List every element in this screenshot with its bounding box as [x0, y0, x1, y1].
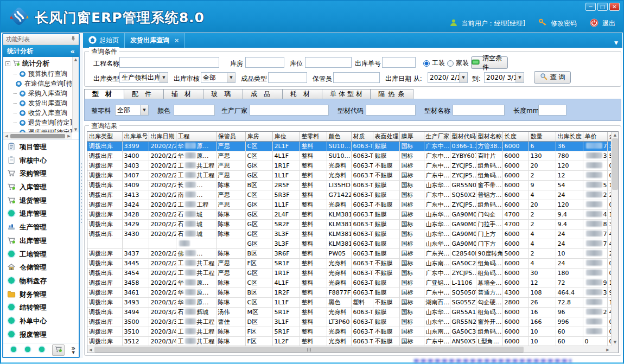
grid-horizontal-scrollbar[interactable]: ◀ ▶: [87, 346, 611, 353]
column-header[interactable]: 型材名称: [476, 132, 502, 141]
manufacturer-input[interactable]: [250, 105, 329, 116]
grid-vertical-scrollbar[interactable]: ▲▼: [611, 132, 618, 346]
tree-item[interactable]: 收货入库查询: [5, 108, 72, 118]
column-header[interactable]: 表面处理: [373, 132, 399, 141]
table-row[interactable]: 调拨出库34302020/2/26石城陈琳G区3L3F整料KLM38176063…: [87, 229, 611, 239]
order-no-input[interactable]: [382, 57, 416, 68]
subtab-material[interactable]: 成品: [243, 89, 283, 99]
radio-jiazhuang[interactable]: 家装: [447, 59, 469, 68]
column-header[interactable]: 保管员: [216, 132, 245, 141]
sidebar-menu-item[interactable]: 采购管理: [7, 168, 79, 180]
column-header[interactable]: 型材代码: [450, 132, 476, 141]
tab-list-dropdown-icon[interactable]: ▼: [614, 40, 622, 48]
tree-item[interactable]: 在途信息查询[待: [5, 79, 72, 88]
sidebar-menu-item[interactable]: 补单中心: [7, 316, 79, 328]
sidebar-menu-item[interactable]: 生产管理: [7, 222, 79, 234]
tab-close-icon[interactable]: ×: [174, 37, 179, 44]
table-row[interactable]: 调拨出库34292020/2/26石城陈琳G区5R2F整料KLM38176063…: [87, 219, 611, 229]
cart-button[interactable]: [52, 344, 65, 356]
table-row[interactable]: 调拨出库34242020/2/26工工程严思G区1L1F整料光身料6063-T5…: [87, 200, 611, 209]
maximize-button[interactable]: □: [597, 3, 608, 11]
sidebar-group-header[interactable]: 统计分析 «: [3, 45, 79, 57]
location-input[interactable]: [305, 57, 352, 68]
project-name-input[interactable]: [119, 57, 219, 68]
outbound-type-dropdown[interactable]: 生产领料出库▼: [119, 72, 168, 83]
column-header[interactable]: 出库日期: [149, 132, 176, 141]
subtab-material[interactable]: 单体型材: [322, 89, 371, 99]
subtab-material[interactable]: 隔热条: [371, 89, 413, 99]
overflow-chevron[interactable]: »▼: [71, 346, 75, 355]
table-row[interactable]: 调拨出库35002020/3/3工共工程曹佳D区3L1F整料LT3P606063…: [87, 317, 611, 327]
minimize-button[interactable]: ─: [585, 3, 596, 11]
table-row[interactable]: 调拨出库34072020/2/25工共工程严思G区1L1F整料光身料6063-T…: [87, 170, 611, 180]
subtab-material[interactable]: 配件: [124, 89, 164, 99]
sidebar-menu-item[interactable]: 退货管理: [7, 195, 79, 207]
radio-gongzhuang[interactable]: 工装: [423, 59, 445, 68]
subtab-material[interactable]: 耗材: [283, 89, 322, 99]
warehouse-input[interactable]: [245, 57, 284, 68]
tree-vertical-scrollbar[interactable]: ▲▼: [72, 57, 79, 132]
table-row[interactable]: 调拨出库34372020/2/27佛…陈琳B区3R6F整料PW056063-T5…: [87, 248, 611, 258]
table-row[interactable]: 调拨出库34132020/2/26南…严思C区5R3F整料G714226063-…: [87, 190, 611, 200]
table-row[interactable]: 调拨出库33992020/2/25华原…严思C区2L1F整料SU10…6063-…: [87, 141, 611, 151]
sidebar-menu-item[interactable]: 出库管理: [7, 235, 79, 247]
clear-conditions-button[interactable]: 清空条件: [471, 56, 508, 69]
search-button[interactable]: 查 询: [534, 71, 571, 84]
table-row[interactable]: 调拨出库34002020/2/25华原…严思C区4L1F整料SU10…6063-…: [87, 151, 611, 161]
tab-home[interactable]: 起始页: [83, 33, 124, 48]
table-row[interactable]: 调拨出库35102020/3/4工共工程陈琳F区5R1F整料光身料6063-T5…: [87, 327, 611, 336]
table-row[interactable]: 调拨出库34282020/2/26石城陈琳G区2L4F整料KLM38176063…: [87, 209, 611, 219]
dot-icon[interactable]: [38, 345, 46, 355]
dot-icon[interactable]: [24, 345, 31, 355]
column-header[interactable]: 出库单号: [122, 132, 149, 141]
tree-expander-icon[interactable]: -: [5, 61, 10, 66]
subtab-material[interactable]: 辅材: [164, 89, 203, 99]
profile-name-input[interactable]: [453, 105, 505, 116]
column-header[interactable]: 数量: [529, 132, 556, 141]
sidebar-menu-item[interactable]: 财务管理: [7, 289, 79, 301]
length-input[interactable]: [538, 105, 566, 116]
tree-root-node[interactable]: -统计分析: [5, 59, 72, 69]
table-row[interactable]: 调拨出库34092020/2/25长…陈琳B区2R5F整料LI35HD6063-…: [87, 180, 611, 190]
sidebar-menu-item[interactable]: 退库管理: [7, 208, 79, 220]
subtab-material[interactable]: 玻璃: [203, 89, 243, 99]
profile-code-input[interactable]: [366, 105, 416, 116]
column-header[interactable]: 整零料: [300, 132, 327, 141]
color-input[interactable]: [174, 105, 215, 116]
subtab-material[interactable]: 型材: [84, 89, 124, 99]
close-button[interactable]: ✕: [609, 3, 620, 11]
product-type-input[interactable]: [268, 72, 307, 83]
sidebar-menu-item[interactable]: 结转管理: [7, 302, 79, 314]
table-row[interactable]: 调拨出库34542020/2/28工共工程严思G区1R1F整料光身料6063-T…: [87, 268, 611, 278]
sidebar-menu-item[interactable]: 仓储管理: [7, 262, 79, 274]
tree-item[interactable]: 预算执行查询: [5, 69, 72, 79]
sidebar-menu-item[interactable]: 工地管理: [7, 248, 79, 260]
sidebar-menu-item[interactable]: 入库管理: [7, 182, 79, 194]
column-header[interactable]: 材质: [351, 132, 373, 141]
table-row[interactable]: 调拨出库34932020/3/2华原…陈琳C区1L1F整料黑色塑料不贴膜国标湖南…: [87, 297, 611, 307]
column-header[interactable]: 出库类型: [87, 132, 122, 141]
dot-icon[interactable]: [10, 345, 17, 355]
sidebar-menu-item[interactable]: 物料盘存: [7, 276, 79, 288]
column-header[interactable]: 库位: [272, 132, 300, 141]
column-header[interactable]: 金额: [607, 132, 611, 141]
column-header[interactable]: 出库长度: [556, 132, 583, 141]
change-password-link[interactable]: 修改密码: [551, 19, 577, 28]
column-header[interactable]: 长度: [502, 132, 529, 141]
tree-horizontal-scrollbar[interactable]: ◀ ▶: [3, 132, 72, 139]
table-row[interactable]: G区3L3F整料KLM38176063-T5贴膜国标山东华…GA90M09.门下…: [87, 239, 611, 248]
column-header[interactable]: 工程: [176, 132, 216, 141]
table-row[interactable]: 调拨出库34582020/2/28华原…陈琳C区4L1F整料光身料6063-T5…: [87, 278, 611, 288]
sidebar-menu-item[interactable]: 审核中心: [7, 155, 79, 167]
table-row[interactable]: 调拨出库34452020/2/27工共工程严思F区5R1F整料光身料6063-T…: [87, 258, 611, 268]
tree-item[interactable]: 退库管理[待定]: [5, 127, 72, 132]
date-to-picker[interactable]: 2020/ 3/16▼: [484, 72, 524, 83]
logout-link[interactable]: 退出: [602, 19, 615, 28]
sidebar-menu-item[interactable]: 报废管理: [7, 329, 79, 341]
column-header[interactable]: 库房: [245, 132, 272, 141]
column-header[interactable]: 生产厂家: [424, 132, 450, 141]
tab-shipment-query[interactable]: 发货出库查询 ×: [124, 33, 185, 48]
column-header[interactable]: 膜厚: [399, 132, 424, 141]
tree-item[interactable]: 采购入库查询: [5, 88, 72, 98]
column-header[interactable]: 颜色: [327, 132, 351, 141]
